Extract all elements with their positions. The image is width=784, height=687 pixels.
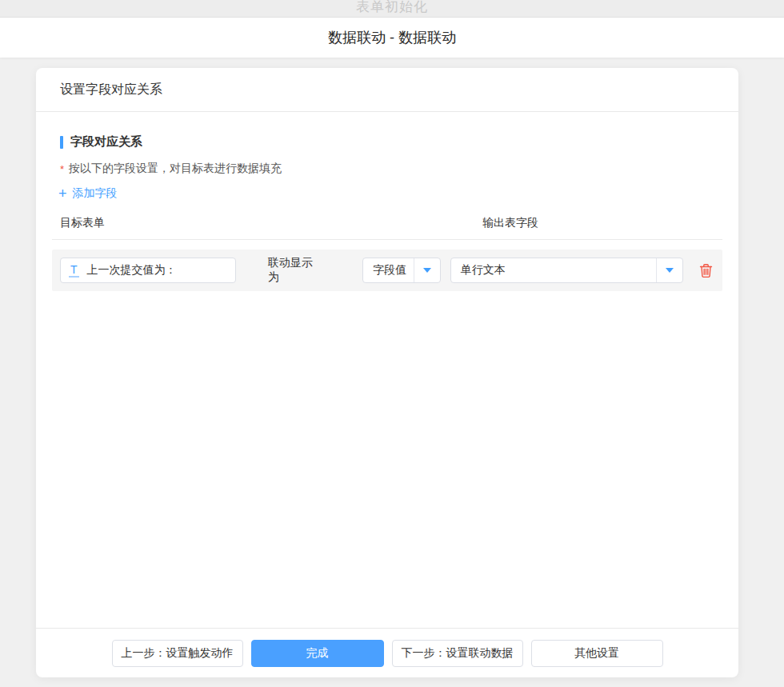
output-field-selected: 单行文本	[451, 263, 656, 278]
value-type-select[interactable]: 字段值	[362, 258, 440, 283]
card-body: 字段对应关系 * 按以下的字段设置，对目标表进行数据填充 + 添加字段 目标表单…	[36, 112, 738, 628]
add-field-button[interactable]: + 添加字段	[58, 186, 118, 201]
linkage-display-label: 联动显示为	[268, 256, 324, 285]
finish-button[interactable]: 完成	[251, 640, 384, 667]
value-type-caret-box[interactable]	[414, 258, 440, 282]
value-type-selected: 字段值	[363, 263, 413, 278]
section-note: * 按以下的字段设置，对目标表进行数据填充	[60, 162, 722, 176]
prev-step-button[interactable]: 上一步：设置触发动作	[112, 640, 243, 667]
text-field-icon: T	[69, 264, 79, 278]
column-header-output-field: 输出表字段	[482, 216, 538, 230]
add-field-label: 添加字段	[73, 186, 118, 201]
output-field-caret-box[interactable]	[656, 258, 682, 282]
target-field-value: 上一次提交值为：	[87, 263, 177, 278]
field-mapping-row: T 上一次提交值为： 联动显示为 字段值 单行文本	[52, 250, 722, 291]
other-settings-button[interactable]: 其他设置	[531, 640, 663, 667]
card-header: 设置字段对应关系	[36, 68, 738, 112]
chevron-down-icon	[666, 268, 674, 273]
required-asterisk: *	[60, 163, 64, 175]
section-title-label: 字段对应关系	[70, 134, 142, 150]
section-title: 字段对应关系	[60, 134, 722, 150]
settings-card: 设置字段对应关系 字段对应关系 * 按以下的字段设置，对目标表进行数据填充 + …	[36, 68, 738, 677]
column-header-target-form: 目标表单	[60, 216, 105, 230]
plus-icon: +	[58, 186, 67, 201]
section-accent-bar	[60, 136, 63, 149]
trash-icon	[699, 263, 713, 278]
background-page-title: 表单初始化	[356, 0, 428, 16]
card-footer: 上一步：设置触发动作 完成 下一步：设置联动数据 其他设置	[36, 628, 738, 677]
modal-title: 数据联动 - 数据联动	[328, 28, 456, 47]
section-note-text: 按以下的字段设置，对目标表进行数据填充	[69, 162, 282, 176]
target-field-input[interactable]: T 上一次提交值为：	[60, 258, 236, 283]
background-page-title-bar: 表单初始化	[0, 0, 784, 18]
delete-row-button[interactable]	[698, 262, 714, 280]
mapping-table-header: 目标表单 输出表字段	[52, 211, 722, 240]
panel-title: 设置字段对应关系	[60, 82, 162, 98]
output-field-select[interactable]: 单行文本	[450, 258, 683, 283]
chevron-down-icon	[423, 268, 431, 273]
modal-header: 数据联动 - 数据联动	[0, 18, 784, 58]
next-step-button[interactable]: 下一步：设置联动数据	[392, 640, 523, 667]
